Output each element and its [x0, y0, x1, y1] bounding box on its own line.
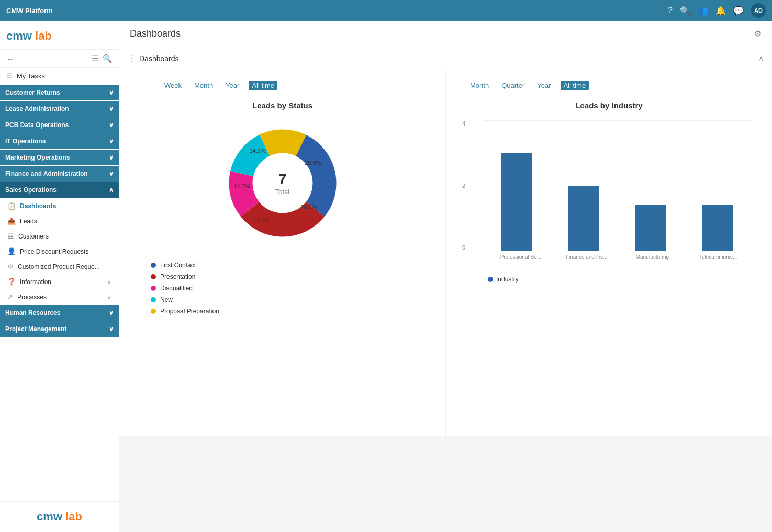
customers-icon: 🏛: [7, 232, 14, 240]
sidebar-item-information[interactable]: ❓ Information ∨: [0, 274, 119, 289]
bar-x-labels: Professional Se... Finance and Ins... Ma…: [488, 254, 751, 260]
price-discount-icon: 👤: [7, 247, 16, 255]
legend-dot-disqualified: [151, 286, 156, 291]
leads-icon: 📤: [7, 217, 16, 225]
donut-total-label: Total: [275, 188, 289, 196]
filter-alltime[interactable]: All time: [249, 81, 277, 90]
chevron-down-icon: ∨: [109, 138, 114, 145]
filter-month-right[interactable]: Month: [467, 81, 492, 90]
users-icon[interactable]: 👥: [698, 6, 708, 16]
footer-logo: cmw lab: [37, 510, 82, 524]
filter-quarter-right[interactable]: Quarter: [498, 81, 528, 90]
search-sidebar-icon[interactable]: 🔍: [103, 54, 113, 63]
chart-leads-by-industry: Month Quarter Year All time Leads by Ind…: [446, 70, 772, 436]
chevron-down-icon: ∨: [109, 121, 114, 129]
chevron-right-icon: ∨: [107, 293, 111, 301]
chart-title-left: Leads by Status: [252, 101, 312, 110]
label-presentation: 28.6%: [300, 204, 317, 210]
app-title: CMW Platform: [6, 7, 53, 15]
sidebar-item-dashboards[interactable]: 📋 Dashboards: [0, 198, 119, 213]
sidebar-item-my-tasks[interactable]: ☰ My Tasks: [0, 68, 119, 84]
bar-rect-telecom: [702, 205, 733, 251]
bar-rect-finance: [568, 186, 599, 251]
legend-dot-proposal: [151, 309, 156, 314]
sidebar: cmw lab ← ☰ 🔍 ☰ My Tasks Customer Return…: [0, 21, 119, 532]
chevron-down-icon: ∨: [109, 309, 114, 316]
topbar: CMW Platform ? 🔍 👥 🔔 💬 AD: [0, 0, 772, 21]
sidebar-group-finance-administration[interactable]: Finance and Administration ∨: [0, 166, 119, 182]
sidebar-item-leads[interactable]: 📤 Leads: [0, 213, 119, 229]
dashboard-panel-title: ⋮ Dashboards: [128, 53, 179, 63]
content-area: Dashboards ⚙ ⋮ Dashboards ∧ Week: [119, 21, 772, 532]
time-filters-left: Week Month Year All time: [161, 81, 277, 90]
chart-legend-left: First Contact Presentation Disqualified: [151, 262, 219, 315]
sidebar-item-processes[interactable]: ↗ Processes ∨: [0, 289, 119, 304]
notifications-icon[interactable]: 🔔: [715, 6, 726, 16]
drag-handle-icon[interactable]: ⋮: [128, 53, 136, 63]
dashboard-panel: ⋮ Dashboards ∧ Week Month Year All time: [119, 47, 772, 436]
legend-dot-first-contact: [151, 263, 156, 268]
chevron-down-icon: ∨: [109, 89, 114, 96]
legend-item-new: New: [151, 296, 219, 303]
customized-product-icon: ⚙: [7, 263, 14, 270]
search-icon[interactable]: 🔍: [680, 6, 690, 16]
processes-icon: ↗: [7, 293, 13, 301]
label-new: 14.3%: [233, 183, 250, 189]
back-icon[interactable]: ←: [6, 54, 14, 63]
dashboard-panel-header: ⋮ Dashboards ∧: [119, 47, 772, 70]
bar-y-labels: 4 2 0: [462, 120, 465, 251]
info-icon: ❓: [7, 278, 16, 286]
bar-rect-professional: [501, 153, 532, 251]
dashboard-icon: 📋: [7, 202, 16, 210]
main-layout: cmw lab ← ☰ 🔍 ☰ My Tasks Customer Return…: [0, 21, 772, 532]
help-icon[interactable]: ?: [668, 6, 673, 15]
sidebar-footer: cmw lab: [0, 501, 119, 532]
topbar-icons: ? 🔍 👥 🔔 💬 AD: [668, 3, 766, 18]
label-proposal: 14.3%: [249, 148, 265, 154]
chevron-up-icon: ∧: [109, 186, 114, 194]
donut-center: 7 Total: [275, 171, 289, 196]
settings-icon[interactable]: ⚙: [754, 29, 762, 39]
sidebar-nav: ☰ My Tasks Customer Returns ∨ Lease Admi…: [0, 68, 119, 501]
list-icon[interactable]: ☰: [92, 54, 98, 63]
sidebar-item-price-discount[interactable]: 👤 Price Discount Requests: [0, 244, 119, 259]
legend-dot-new: [151, 297, 156, 302]
user-avatar[interactable]: AD: [751, 3, 766, 18]
chart-leads-by-status: Week Month Year All time Leads by Status: [119, 70, 446, 436]
sidebar-group-lease-administration[interactable]: Lease Administration ∨: [0, 101, 119, 117]
legend-item-disqualified: Disqualified: [151, 285, 219, 292]
sidebar-group-it-operations[interactable]: IT Operations ∨: [0, 133, 119, 149]
bar-chart-area: 4 2 0: [483, 120, 751, 251]
legend-dot-presentation: [151, 274, 156, 279]
sidebar-group-sales-operations[interactable]: Sales Operations ∧: [0, 182, 119, 198]
charts-container: Week Month Year All time Leads by Status: [119, 70, 772, 436]
filter-week[interactable]: Week: [161, 81, 185, 90]
sidebar-group-customer-returns[interactable]: Customer Returns ∨: [0, 85, 119, 100]
sidebar-group-marketing-operations[interactable]: Marketing Operations ∨: [0, 150, 119, 165]
gridline-top: [483, 120, 751, 121]
filter-year[interactable]: Year: [222, 81, 242, 90]
messages-icon[interactable]: 💬: [733, 6, 744, 16]
filter-year-right[interactable]: Year: [534, 81, 554, 90]
sidebar-group-pcb-data-operations[interactable]: PCB Data Operations ∨: [0, 117, 119, 133]
label-first-contact: 28.6%: [305, 160, 321, 166]
sidebar-group-human-resources[interactable]: Human Resources ∨: [0, 305, 119, 321]
label-disqualified: 14.3%: [253, 217, 270, 223]
sidebar-item-customized-product[interactable]: ⚙ Customized Product Reque...: [0, 259, 119, 274]
sidebar-logo: cmw lab: [0, 21, 119, 50]
page-title: Dashboards: [130, 28, 181, 39]
sidebar-toolbar: ← ☰ 🔍: [0, 50, 119, 68]
filter-month[interactable]: Month: [191, 81, 216, 90]
sidebar-item-customers[interactable]: 🏛 Customers: [0, 229, 119, 244]
filter-alltime-right[interactable]: All time: [561, 81, 589, 90]
gridline-mid: [483, 186, 751, 186]
chevron-down-icon: ∨: [109, 105, 114, 112]
bar-legend-dot: [488, 277, 493, 282]
chevron-down-icon: ∨: [109, 154, 114, 161]
content-header: Dashboards ⚙: [119, 21, 772, 47]
sidebar-group-project-management[interactable]: Project Management ∨: [0, 321, 119, 337]
collapse-icon[interactable]: ∧: [758, 54, 764, 63]
chevron-down-icon: ∨: [109, 325, 114, 333]
donut-total-number: 7: [275, 171, 289, 188]
bar-chart-legend: Industry: [488, 276, 762, 283]
